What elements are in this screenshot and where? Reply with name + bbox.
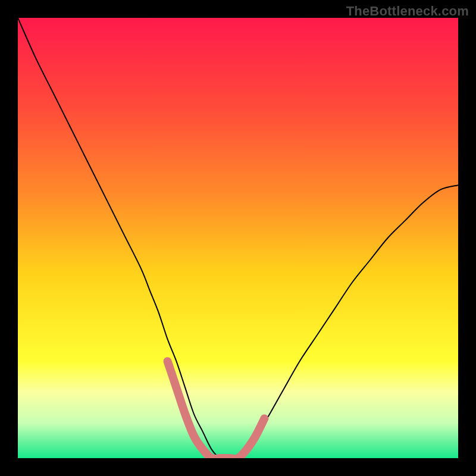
watermark-text: TheBottleneck.com bbox=[346, 4, 469, 19]
plot-area bbox=[18, 18, 458, 458]
chart-svg bbox=[18, 18, 458, 458]
gradient-background bbox=[18, 18, 458, 458]
chart-frame: TheBottleneck.com bbox=[0, 0, 476, 476]
